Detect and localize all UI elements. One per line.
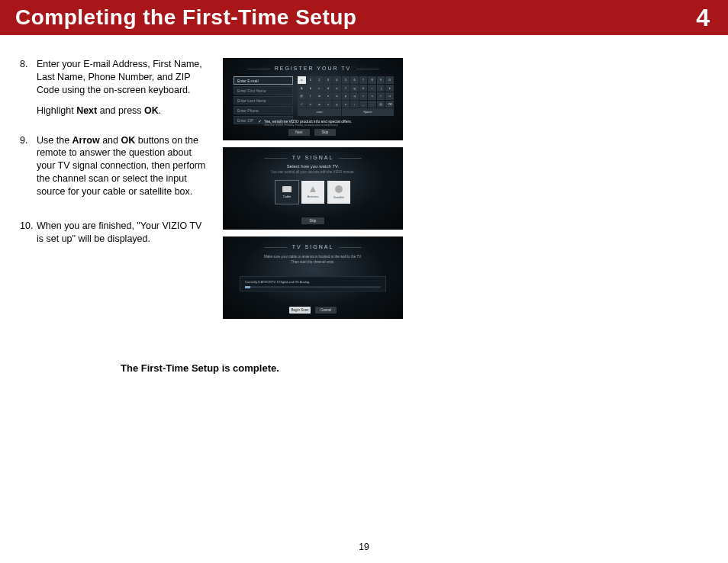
scan-subtitle: Make sure your cable or antenna is hooke… <box>264 255 362 259</box>
privacy-note: See the VIZIO Privacy Policy at www.vizi… <box>264 123 338 127</box>
keyboard-key: A <box>298 85 306 92</box>
keyboard-key: 6 <box>350 76 359 84</box>
onscreen-keyboard: a1234567890Abcdefghijk@lmnopqrstu#vwxyz-… <box>298 76 394 116</box>
screenshot-tv-signal-select: TV SIGNAL Select how you watch TV. You c… <box>223 147 403 230</box>
step-text: When you are finished, "Your VIZIO TV is… <box>37 220 209 246</box>
step-number: 9. <box>20 134 37 206</box>
chapter-header: Completing the First-Time Setup 4 <box>0 0 728 35</box>
card-label: Antenna <box>308 195 319 198</box>
card-label: Cable <box>283 195 291 198</box>
keyboard-key: k <box>385 85 394 92</box>
skip-button: Skip <box>301 217 324 224</box>
progress-bar <box>245 286 381 288</box>
keyboard-key: v <box>307 101 315 108</box>
keyboard-key: y <box>333 101 341 108</box>
card-satellite: Satellite <box>327 181 350 204</box>
signal-cards: Cable Antenna Satellite <box>275 181 350 204</box>
cable-icon <box>282 186 292 192</box>
keyboard-key: .com <box>298 108 341 116</box>
field-phone: Enter Phone <box>234 106 293 114</box>
card-label: Satellite <box>333 195 344 199</box>
signal-subtitle: Select how you watch TV. <box>287 164 339 169</box>
keyboard-key: l <box>307 92 315 100</box>
progress-text: Currently 0 ATSC/DTV, 0 Digital and 0% A… <box>245 280 381 284</box>
instruction-column: 8.Enter your E-mail Address, First Name,… <box>20 58 209 319</box>
screenshot-tv-signal-scan: TV SIGNAL Make sure your cable or antenn… <box>223 236 403 319</box>
keyboard-key: 2 <box>315 76 324 84</box>
keyboard-key: p <box>342 92 350 100</box>
screenshot-title: REGISTER YOUR TV <box>275 66 352 71</box>
card-cable: Cable <box>275 181 298 204</box>
keyboard-key: @ <box>377 101 385 108</box>
keyboard-key: n <box>324 92 333 100</box>
screenshot-title: TV SIGNAL <box>292 155 334 160</box>
antenna-icon <box>310 186 316 192</box>
keyboard-key: ⌫ <box>385 101 394 108</box>
button-row: Begin Scan Cancel <box>289 307 337 314</box>
step-body: Use the Arrow and OK buttons on the remo… <box>37 134 209 206</box>
skip-button: Skip <box>314 129 336 136</box>
keyboard-key: r <box>359 92 368 100</box>
keyboard-key: # <box>298 101 306 108</box>
keyboard-key: d <box>324 85 333 92</box>
keyboard-key: t <box>377 92 385 100</box>
keyboard-key: 7 <box>359 76 368 84</box>
keyboard-key: 8 <box>368 76 376 84</box>
scan-note: Then start the channel scan. <box>292 260 335 264</box>
keyboard-key: i <box>368 85 376 92</box>
keyboard-key: m <box>315 92 324 100</box>
instruction-step: 10.When you are finished, "Your VIZIO TV… <box>20 220 209 253</box>
step-body: When you are finished, "Your VIZIO TV is… <box>37 220 209 253</box>
field-lastname: Enter Last Name <box>234 96 293 105</box>
keyboard-key: u <box>385 92 394 100</box>
step-text: Enter your E-mail Address, First Name, L… <box>37 58 209 97</box>
keyboard-key: 1 <box>307 76 315 84</box>
keyboard-key: z <box>342 101 350 108</box>
step-body: Enter your E-mail Address, First Name, L… <box>37 58 209 125</box>
keyboard-key: 5 <box>342 76 350 84</box>
instruction-step: 8.Enter your E-mail Address, First Name,… <box>20 58 209 125</box>
completion-message: The First-Time Setup is complete. <box>121 362 279 374</box>
satellite-icon <box>335 185 343 193</box>
chapter-number: 4 <box>696 4 710 32</box>
screenshot-register-tv: REGISTER YOUR TV Enter E-mail Enter Firs… <box>223 58 403 140</box>
cancel-button: Cancel <box>315 307 337 314</box>
keyboard-key: g <box>350 85 359 92</box>
keyboard-key: f <box>342 85 350 92</box>
keyboard-key: q <box>350 92 359 100</box>
keyboard-key: . <box>368 101 376 108</box>
keyboard-key: b <box>307 85 315 92</box>
keyboard-key: _ <box>359 101 368 108</box>
keyboard-key: Space <box>342 108 394 116</box>
button-row: Next Skip <box>288 129 336 136</box>
page-number: 19 <box>359 542 369 552</box>
keyboard-key: x <box>324 101 333 108</box>
keyboard-key: s <box>368 92 376 100</box>
card-antenna: Antenna <box>301 181 324 204</box>
keyboard-key: c <box>315 85 324 92</box>
next-button: Next <box>288 129 310 136</box>
screenshot-column: REGISTER YOUR TV Enter E-mail Enter Firs… <box>223 58 403 319</box>
progress-panel: Currently 0 ATSC/DTV, 0 Digital and 0% A… <box>240 276 386 291</box>
keyboard-key: 3 <box>324 76 333 84</box>
instruction-step: 9.Use the Arrow and OK buttons on the re… <box>20 134 209 206</box>
field-firstname: Enter First Name <box>234 86 293 95</box>
keyboard-key: 0 <box>385 76 394 84</box>
keyboard-key: 9 <box>377 76 385 84</box>
keyboard-key: @ <box>298 92 306 100</box>
keyboard-key: w <box>315 101 324 108</box>
step-text: Highlight Next and press OK. <box>37 105 209 117</box>
keyboard-key: 4 <box>333 76 341 84</box>
keyboard-key: j <box>377 85 385 92</box>
begin-scan-button: Begin Scan <box>289 307 311 314</box>
keyboard-key: h <box>359 85 368 92</box>
signal-note: You can control all your devices with th… <box>271 170 354 174</box>
chapter-title: Completing the First-Time Setup <box>15 5 356 30</box>
keyboard-key: a <box>298 76 306 84</box>
content-area: 8.Enter your E-mail Address, First Name,… <box>0 35 728 319</box>
screenshot-title: TV SIGNAL <box>292 244 334 249</box>
registration-fields: Enter E-mail Enter First Name Enter Last… <box>234 76 293 124</box>
keyboard-key: e <box>333 85 341 92</box>
keyboard-key: o <box>333 92 341 100</box>
field-email: Enter E-mail <box>234 76 293 85</box>
